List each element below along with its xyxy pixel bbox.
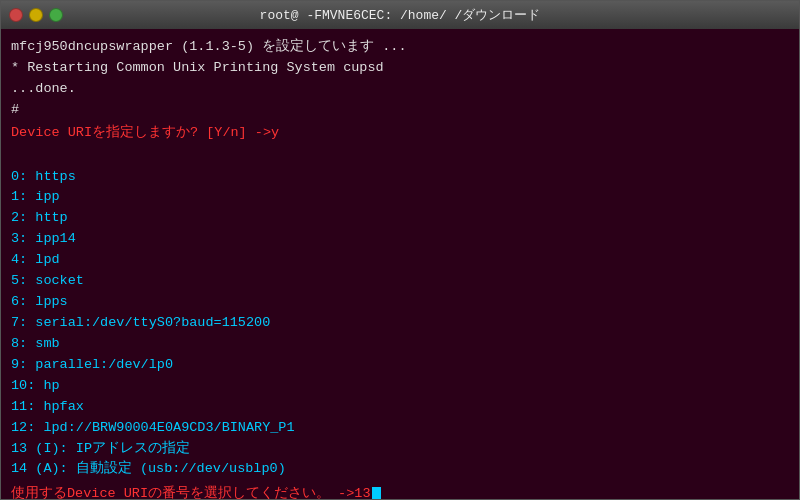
window-buttons [9, 8, 63, 22]
window-title: root@ -FMVNE6CEC: /home/ /ダウンロード [260, 6, 541, 24]
terminal-line: mfcj950dncupswrapper (1.1.3-5) を設定しています … [11, 37, 789, 58]
terminal-line: * Restarting Common Unix Printing System… [11, 58, 789, 79]
terminal-line: # [11, 100, 789, 121]
selection-prompt: 使用するDevice URIの番号を選択してください。 ->13 [11, 484, 789, 499]
terminal-line: ...done. [11, 79, 789, 100]
titlebar: root@ -FMVNE6CEC: /home/ /ダウンロード [1, 1, 799, 29]
terminal-line: 8: smb [11, 334, 789, 355]
device-uri-prompt: Device URIを指定しますか? [Y/n] ->y [11, 123, 789, 144]
close-button[interactable] [9, 8, 23, 22]
terminal-line: 10: hp [11, 376, 789, 397]
terminal-line: 12: lpd://BRW90004E0A9CD3/BINARY_P1 [11, 418, 789, 439]
terminal-line: 5: socket [11, 271, 789, 292]
terminal-line: 1: ipp [11, 187, 789, 208]
terminal-line: 7: serial:/dev/ttyS0?baud=115200 [11, 313, 789, 334]
terminal-window: root@ -FMVNE6CEC: /home/ /ダウンロード mfcj950… [0, 0, 800, 500]
terminal-line: 3: ipp14 [11, 229, 789, 250]
terminal-line: 13 (I): IPアドレスの指定 [11, 439, 789, 460]
terminal-line: 2: http [11, 208, 789, 229]
terminal-line: 11: hpfax [11, 397, 789, 418]
terminal-line: 0: https [11, 167, 789, 188]
terminal-line: 6: lpps [11, 292, 789, 313]
cursor [372, 487, 381, 499]
maximize-button[interactable] [49, 8, 63, 22]
minimize-button[interactable] [29, 8, 43, 22]
terminal-body[interactable]: mfcj950dncupswrapper (1.1.3-5) を設定しています … [1, 29, 799, 499]
terminal-line: 14 (A): 自動設定 (usb://dev/usblp0) [11, 459, 789, 480]
terminal-line: 9: parallel:/dev/lp0 [11, 355, 789, 376]
terminal-line: 4: lpd [11, 250, 789, 271]
blank-line [11, 146, 789, 167]
